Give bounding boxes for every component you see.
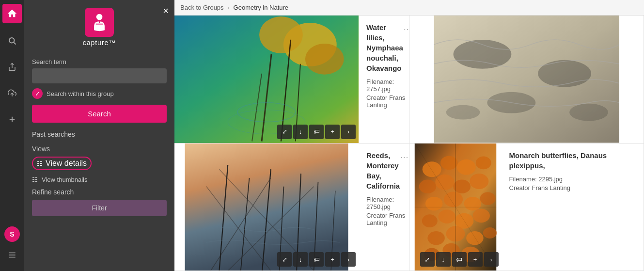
svg-point-44 (475, 156, 491, 169)
filter-button[interactable]: Filter (32, 200, 167, 216)
cell-4-title-row: Monarch butterflies, Danaus plexippus, (509, 150, 636, 171)
svg-point-57 (427, 231, 444, 244)
menu-nav-icon[interactable] (8, 251, 16, 267)
logo-text: capture™ (83, 39, 116, 47)
expand-btn-3[interactable]: ⤢ (277, 252, 292, 267)
cell-3-filename: Filename: 2750.jpg (366, 196, 408, 210)
tag-btn-4[interactable]: 🏷 (452, 252, 467, 267)
breadcrumb-current: Geometry in Nature (234, 4, 288, 11)
cell-4-title: Monarch butterflies, Danaus plexippus, (509, 150, 636, 171)
cell-1-title-row: Water lilies, Nymphaea nouchali, Okavang… (366, 22, 409, 73)
svg-point-14 (259, 16, 303, 53)
back-to-groups-link[interactable]: Back to Groups (180, 4, 224, 11)
cell-4-details: Monarch butterflies, Danaus plexippus, F… (502, 143, 644, 271)
close-button[interactable]: × (163, 6, 169, 16)
svg-point-15 (305, 44, 344, 75)
logo: capture™ (32, 8, 167, 47)
nav-bar: S (0, 0, 24, 271)
cell-1-creator: Creator Frans Lanting (366, 94, 409, 109)
add-nav-icon[interactable] (3, 111, 21, 128)
svg-point-48 (470, 174, 488, 189)
cell-3-details: Reeds, Monterey Bay, California … Filena… (359, 143, 409, 271)
cell-4-actions: ⤢ ↓ 🏷 + › (420, 252, 499, 267)
cell-reeds: ⤢ ↓ 🏷 + › Reeds, Monterey Bay, Californi… (174, 143, 409, 271)
home-button[interactable] (2, 4, 22, 23)
search-input[interactable] (32, 68, 167, 83)
content-grid: ⤢ ↓ 🏷 + › Water lilies, Nymphaea nouchal… (174, 16, 644, 271)
upload-nav-icon[interactable] (3, 84, 21, 102)
cell-3-title-row: Reeds, Monterey Bay, California … (366, 150, 408, 191)
image-monarchs: ⤢ ↓ 🏷 + › (409, 143, 502, 271)
cell-1-actions: ⤢ ↓ 🏷 + › (277, 125, 356, 139)
expand-btn-1[interactable]: ⤢ (277, 125, 292, 139)
svg-point-52 (480, 192, 495, 205)
search-within-checkbox[interactable] (32, 88, 43, 99)
svg-point-45 (419, 179, 436, 193)
view-thumbnails-label: View thumbnails (42, 176, 87, 183)
view-details-label: View details (46, 159, 87, 168)
tag-btn-1[interactable]: 🏷 (309, 125, 324, 139)
breadcrumb: Back to Groups › Geometry in Nature (174, 0, 644, 16)
svg-point-60 (483, 227, 496, 238)
add-btn-4[interactable]: + (468, 252, 483, 267)
search-button[interactable]: Search (32, 105, 167, 123)
expand-btn-4[interactable]: ⤢ (420, 252, 435, 267)
tag-btn-3[interactable]: 🏷 (309, 252, 324, 267)
svg-point-9 (96, 14, 103, 20)
view-details-icon: ☷ (37, 160, 43, 167)
svg-point-50 (444, 191, 463, 207)
search-term-label: Search term (32, 58, 167, 65)
sidebar: × capture™ Search term Search within thi… (24, 0, 174, 271)
svg-point-47 (453, 179, 470, 193)
cell-4-filename: Filename: 2295.jpg (509, 175, 636, 183)
views-label: Views (32, 145, 167, 153)
svg-point-46 (435, 174, 454, 190)
svg-point-56 (472, 208, 489, 222)
add-btn-3[interactable]: + (325, 252, 340, 267)
search-nav-icon[interactable] (3, 32, 21, 49)
more-btn-3[interactable]: › (341, 252, 356, 267)
user-avatar[interactable]: S (4, 226, 20, 242)
image-reeds: ⤢ ↓ 🏷 + › (174, 143, 359, 271)
cell-3-menu[interactable]: … (400, 150, 408, 160)
svg-point-59 (466, 231, 483, 244)
more-btn-4[interactable]: › (484, 252, 499, 267)
refine-search-label: Refine search (32, 188, 167, 196)
svg-point-27 (446, 105, 480, 120)
image-waterlilies: ⤢ ↓ 🏷 + › (174, 16, 359, 143)
cell-3-creator: Creator Frans Lanting (366, 212, 408, 226)
svg-rect-28 (185, 143, 348, 271)
svg-point-26 (569, 104, 608, 121)
main-content: Back to Groups › Geometry in Nature (174, 0, 644, 271)
download-btn-3[interactable]: ↓ (293, 252, 308, 267)
view-details-option[interactable]: ☷ View details (32, 157, 92, 170)
svg-point-23 (453, 40, 511, 69)
svg-point-24 (538, 60, 591, 87)
svg-point-43 (456, 159, 475, 175)
cell-1-filename: Filename: 2757.jpg (366, 78, 409, 93)
cell-monarchs: ⤢ ↓ 🏷 + › Monarch butterflies, Danaus pl… (409, 143, 644, 271)
cell-4-creator: Creator Frans Lanting (509, 184, 636, 191)
add-btn-1[interactable]: + (325, 125, 340, 139)
svg-point-0 (9, 38, 15, 43)
svg-point-53 (422, 214, 437, 227)
svg-point-49 (425, 196, 442, 210)
svg-rect-22 (434, 16, 619, 143)
cell-sand (409, 16, 644, 143)
past-searches-label: Past searches (32, 130, 167, 138)
view-thumbnails-icon: ☷ (32, 176, 38, 183)
svg-point-51 (464, 196, 481, 210)
svg-point-54 (438, 209, 455, 223)
logo-icon (85, 8, 114, 37)
cell-waterlilies: ⤢ ↓ 🏷 + › Water lilies, Nymphaea nouchal… (174, 16, 409, 143)
download-btn-4[interactable]: ↓ (436, 252, 451, 267)
svg-point-41 (422, 161, 441, 177)
download-btn-1[interactable]: ↓ (293, 125, 308, 139)
view-thumbnails-option[interactable]: ☷ View thumbnails (32, 176, 167, 183)
share-nav-icon[interactable] (3, 58, 21, 76)
cell-3-actions: ⤢ ↓ 🏷 + › (277, 252, 356, 267)
more-btn-1[interactable]: › (341, 125, 356, 139)
cell-1-menu[interactable]: … (403, 22, 409, 32)
search-within-label: Search within this group (47, 90, 114, 97)
cell-1-title: Water lilies, Nymphaea nouchali, Okavang… (366, 22, 403, 73)
